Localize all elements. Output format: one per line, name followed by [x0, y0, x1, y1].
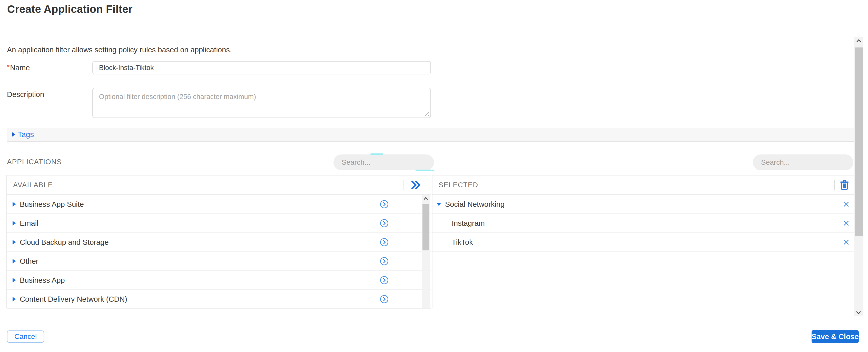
name-label: *Name [7, 63, 30, 72]
expand-arrow-icon[interactable] [12, 297, 16, 301]
selected-search-input[interactable]: Search... [753, 154, 854, 170]
applications-section-label: APPLICATIONS [7, 158, 62, 166]
remove-icon[interactable] [842, 238, 850, 246]
description-textarea[interactable]: Optional filter description (256 charact… [92, 88, 431, 118]
save-and-close-button[interactable]: Save & Close [812, 330, 859, 343]
selected-panel-header: SELECTED [432, 175, 854, 195]
expand-arrow-icon[interactable] [12, 259, 16, 263]
description-label: Description [7, 90, 44, 99]
available-panel: AVAILABLE Business App Suite Email Cloud… [6, 175, 431, 309]
scroll-up-icon[interactable] [856, 38, 862, 44]
expand-arrow-icon [12, 132, 15, 137]
move-to-selected-icon[interactable] [380, 200, 389, 209]
available-search-placeholder: Search... [334, 158, 370, 167]
selected-app-label: TikTok [452, 238, 473, 246]
title-divider [7, 30, 861, 30]
available-category-row[interactable]: Business App Suite [7, 195, 431, 214]
trash-icon[interactable] [839, 180, 849, 190]
remove-icon[interactable] [842, 200, 850, 208]
expand-arrow-icon[interactable] [12, 202, 16, 207]
selected-header-label: SELECTED [432, 181, 478, 189]
available-header-label: AVAILABLE [7, 181, 53, 189]
required-marker: * [7, 63, 9, 71]
available-list: Business App Suite Email Cloud Backup an… [7, 195, 431, 309]
move-to-selected-icon[interactable] [380, 276, 389, 285]
available-category-row[interactable]: Email [7, 214, 431, 233]
available-search-input[interactable]: Search... [334, 154, 434, 170]
expand-arrow-icon[interactable] [12, 240, 16, 244]
expand-arrow-icon[interactable] [12, 278, 16, 283]
selected-group-row[interactable]: Social Networking [432, 195, 854, 214]
available-category-row[interactable]: Other [7, 252, 431, 271]
focus-highlight-mark [370, 153, 383, 155]
selected-app-label: Instagram [452, 219, 485, 228]
selected-group-label: Social Networking [445, 200, 504, 209]
available-category-row[interactable]: Content Delivery Network (CDN) [7, 290, 431, 309]
available-panel-header: AVAILABLE [7, 175, 431, 195]
footer-divider [0, 316, 868, 316]
available-category-label: Business App [20, 276, 65, 285]
available-category-label: Content Delivery Network (CDN) [20, 295, 127, 303]
available-category-row[interactable]: Cloud Backup and Storage [7, 233, 431, 252]
selected-app-row[interactable]: TikTok [432, 233, 854, 252]
move-to-selected-icon[interactable] [380, 238, 389, 246]
move-to-selected-icon[interactable] [380, 257, 389, 266]
available-category-label: Cloud Backup and Storage [20, 238, 109, 246]
remove-icon[interactable] [842, 219, 850, 227]
scrollbar-thumb[interactable] [855, 48, 863, 236]
name-input[interactable]: Block-Insta-Tiktok [92, 61, 431, 75]
cancel-button[interactable]: Cancel [7, 330, 44, 343]
name-input-value: Block-Insta-Tiktok [93, 64, 154, 72]
save-button-label: Save & Close [812, 332, 859, 341]
description-placeholder: Optional filter description (256 charact… [99, 93, 256, 101]
selected-panel: SELECTED Social Networking Instagram Tik… [432, 175, 854, 309]
selected-app-row[interactable]: Instagram [432, 214, 854, 233]
available-category-label: Email [20, 219, 38, 228]
expand-arrow-icon[interactable] [12, 221, 16, 226]
header-separator [834, 180, 835, 190]
available-list-scrollbar[interactable] [422, 195, 430, 309]
selected-list: Social Networking Instagram TikTok [432, 195, 854, 252]
move-to-selected-icon[interactable] [380, 295, 389, 303]
double-chevron-right-icon[interactable] [409, 179, 423, 190]
move-to-selected-icon[interactable] [380, 219, 389, 228]
available-category-label: Business App Suite [20, 200, 84, 209]
tags-expander[interactable]: Tags [7, 128, 854, 142]
selected-search-placeholder: Search... [753, 158, 790, 167]
available-category-label: Other [20, 257, 38, 266]
collapse-arrow-icon[interactable] [437, 203, 441, 206]
tags-label: Tags [18, 130, 34, 139]
scrollbar-thumb[interactable] [423, 204, 429, 251]
scroll-up-icon[interactable] [423, 196, 429, 201]
header-separator [403, 180, 403, 190]
available-category-row[interactable]: Business App [7, 271, 431, 290]
intro-text: An application filter allows setting pol… [7, 46, 232, 54]
create-application-filter-dialog: Create Application Filter An application… [0, 0, 868, 352]
resize-handle-icon[interactable] [423, 110, 429, 116]
scroll-down-icon[interactable] [855, 310, 862, 316]
focus-highlight-mark [415, 170, 434, 171]
page-title: Create Application Filter [7, 3, 133, 16]
cancel-button-label: Cancel [14, 332, 37, 341]
page-scrollbar[interactable] [854, 37, 863, 316]
